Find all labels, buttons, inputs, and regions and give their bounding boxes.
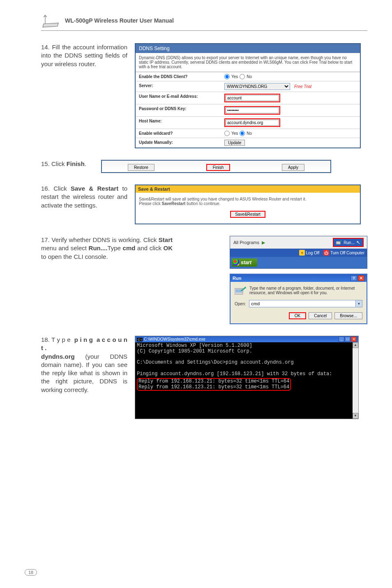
restore-button[interactable]: Restore (128, 164, 154, 171)
server-select[interactable]: WWW.DYNDNS.ORG (224, 83, 290, 90)
svg-point-3 (244, 287, 246, 288)
ddns-title: DDNS Setting (136, 44, 360, 53)
step17-text: 17. Verify whether DDNS is working. Clic… (41, 236, 173, 261)
hostname-input[interactable] (226, 120, 279, 126)
minimize-icon[interactable]: _ (339, 337, 344, 342)
step18-text: 18. T y p e p i n g a c c o u n t .dyndn… (41, 336, 127, 394)
play-icon: ▶ (262, 240, 265, 245)
close-icon[interactable]: ✕ (358, 275, 364, 281)
header-title: WL-500gP Wireless Router User Manual (65, 17, 174, 24)
username-input[interactable] (226, 95, 279, 101)
svg-rect-2 (235, 289, 242, 293)
maximize-icon[interactable]: □ (345, 337, 350, 342)
close-icon[interactable]: ✕ (351, 337, 357, 342)
run-dialog-icon (235, 286, 246, 296)
run-dialog: Run ? ✕ Type the name of a program, fold… (230, 274, 367, 324)
run-dialog-desc: Type the name of a program, folder, docu… (249, 286, 362, 295)
open-combobox[interactable]: ▼ (249, 300, 362, 307)
start-button[interactable]: start (232, 258, 257, 267)
step14-text: 14. Fill the account information into th… (41, 43, 127, 68)
cmd-output: Microsoft Windows XP [Version 5.1.2600] … (135, 342, 358, 419)
run-menu-item[interactable]: Run... ↖ (333, 238, 364, 247)
finish-button[interactable]: Finish (206, 164, 231, 171)
chevron-down-icon[interactable]: ▼ (355, 300, 362, 307)
log-off-button[interactable]: ✦Log Off (299, 250, 320, 256)
server-label: Server: (136, 81, 222, 92)
enable-ddns-no-radio[interactable] (240, 74, 245, 79)
cmd-title-text: C:\WINDOWS\system32\cmd.exe (144, 337, 205, 341)
apply-button[interactable]: Apply (282, 164, 304, 171)
all-programs-label[interactable]: All Programs (233, 240, 259, 245)
password-input[interactable] (226, 107, 279, 113)
run-dialog-title: Run (233, 276, 241, 281)
cancel-button[interactable]: Cancel (309, 312, 332, 319)
save-restart-desc1: Save&Restart will save all setting you h… (139, 197, 357, 201)
step15-text: 15. Click Finish. (41, 160, 94, 168)
username-label: User Name or E-mail Address: (136, 92, 222, 104)
save-restart-button[interactable]: Save&Restart (230, 211, 265, 218)
open-label: Open: (235, 302, 246, 306)
page-number: 18 (25, 569, 37, 576)
wildcard-label: Enable wildcard? (136, 129, 222, 138)
turn-off-button[interactable]: ⏻Turn Off Computer (323, 250, 364, 256)
save-restart-title: Save & Restart (136, 185, 360, 193)
finish-toolbar: Restore Finish Apply (101, 160, 331, 173)
ddns-description: Dynamic-DNS (DDNS) allows you to export … (136, 53, 360, 72)
hostname-label: Host Name: (136, 117, 222, 129)
start-menu: All Programs ▶ Run... ↖ ✦Log Off ⏻Turn O… (230, 236, 367, 269)
ddns-panel: DDNS Setting Dynamic-DNS (DDNS) allows y… (135, 43, 361, 148)
page-header: WL-500gP Wireless Router User Manual (41, 12, 367, 31)
ok-button[interactable]: OK (289, 312, 306, 319)
router-icon (41, 12, 61, 29)
wildcard-no-radio[interactable] (240, 131, 245, 136)
open-input[interactable] (249, 300, 355, 307)
free-trial-link[interactable]: Free Trial (294, 84, 311, 89)
save-restart-desc2: Please click SaveRestart button to conti… (139, 201, 357, 206)
browse-button[interactable]: Browse... (334, 312, 362, 319)
save-restart-panel: Save & Restart Save&Restart will save al… (135, 184, 361, 224)
step16-text: 16. Click Save & Restart to restart the … (41, 184, 127, 210)
scrollbar[interactable]: ▲▼ (353, 342, 358, 419)
enable-ddns-label: Enable the DDNS Client? (136, 72, 222, 81)
cmd-window: C:\C:\WINDOWS\system32\cmd.exe _ □ ✕ Mic… (135, 336, 359, 419)
help-icon[interactable]: ? (350, 275, 357, 281)
wildcard-yes-radio[interactable] (224, 131, 230, 136)
update-button[interactable]: Update (224, 140, 245, 146)
update-manually-label: Update Manually: (136, 138, 222, 148)
enable-ddns-yes-radio[interactable] (224, 74, 230, 79)
cursor-icon: ↖ (356, 240, 360, 245)
password-label: Password or DDNS Key: (136, 104, 222, 116)
